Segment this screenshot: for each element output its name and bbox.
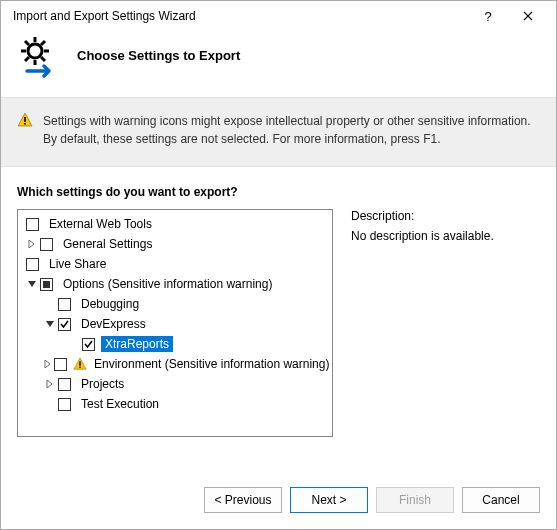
page-heading: Choose Settings to Export xyxy=(77,48,240,63)
description-heading: Description: xyxy=(351,209,540,223)
title-bar: Import and Export Settings Wizard ? xyxy=(1,1,556,31)
tree-item-xtrareports[interactable]: XtraReports xyxy=(18,334,332,354)
close-icon xyxy=(523,11,533,21)
checkbox-checked[interactable] xyxy=(82,338,95,351)
window-title: Import and Export Settings Wizard xyxy=(13,9,468,23)
warning-strip: Settings with warning icons might expose… xyxy=(1,97,556,167)
checkbox[interactable] xyxy=(40,238,53,251)
svg-rect-3 xyxy=(79,361,80,365)
tree-item-projects[interactable]: Projects xyxy=(18,374,332,394)
checkbox-checked[interactable] xyxy=(58,318,71,331)
tree-item-label: External Web Tools xyxy=(45,216,156,232)
close-button[interactable] xyxy=(508,1,548,31)
checkbox[interactable] xyxy=(58,298,71,311)
tree-item-label: Debugging xyxy=(77,296,143,312)
tree-item-label: Environment (Sensitive information warni… xyxy=(90,356,333,372)
wizard-dialog: Import and Export Settings Wizard ? Choo… xyxy=(0,0,557,530)
tree-item-label: Live Share xyxy=(45,256,110,272)
checkbox[interactable] xyxy=(54,358,67,371)
button-bar: < Previous Next > Finish Cancel xyxy=(1,471,556,529)
checkbox[interactable] xyxy=(26,218,39,231)
tree-item-general-settings[interactable]: General Settings xyxy=(18,234,332,254)
tree-item-label: Projects xyxy=(77,376,128,392)
tree-item-label: Options (Sensitive information warning) xyxy=(59,276,276,292)
collapse-icon[interactable] xyxy=(44,318,56,330)
checkbox-mixed[interactable] xyxy=(40,278,53,291)
warning-icon xyxy=(17,112,33,128)
description-body: No description is available. xyxy=(351,229,540,243)
tree-item-label: DevExpress xyxy=(77,316,150,332)
tree-prompt: Which settings do you want to export? xyxy=(17,185,540,199)
checkbox[interactable] xyxy=(58,398,71,411)
tree-item-live-share[interactable]: Live Share xyxy=(18,254,332,274)
finish-button: Finish xyxy=(376,487,454,513)
main-section: Which settings do you want to export? Ex… xyxy=(1,167,556,471)
expand-icon[interactable] xyxy=(44,378,56,390)
tree-item-test-execution[interactable]: Test Execution xyxy=(18,394,332,414)
tree-item-environment[interactable]: Environment (Sensitive information warni… xyxy=(18,354,332,374)
tree-item-devexpress[interactable]: DevExpress xyxy=(18,314,332,334)
gear-arrow-icon xyxy=(13,31,61,79)
warning-icon xyxy=(73,357,87,371)
description-pane: Description: No description is available… xyxy=(351,209,540,471)
expand-icon[interactable] xyxy=(44,358,52,370)
warning-text: Settings with warning icons might expose… xyxy=(43,112,540,148)
settings-tree[interactable]: External Web Tools General Settings Live… xyxy=(17,209,333,437)
cancel-button[interactable]: Cancel xyxy=(462,487,540,513)
svg-rect-1 xyxy=(24,117,26,122)
tree-item-label: XtraReports xyxy=(101,336,173,352)
expand-icon[interactable] xyxy=(26,238,38,250)
checkbox[interactable] xyxy=(26,258,39,271)
next-button[interactable]: Next > xyxy=(290,487,368,513)
svg-rect-2 xyxy=(24,123,26,125)
wizard-header: Choose Settings to Export xyxy=(1,31,556,97)
tree-item-label: Test Execution xyxy=(77,396,163,412)
help-button[interactable]: ? xyxy=(468,1,508,31)
tree-item-label: General Settings xyxy=(59,236,156,252)
svg-rect-4 xyxy=(79,367,80,368)
collapse-icon[interactable] xyxy=(26,278,38,290)
svg-point-0 xyxy=(28,44,42,58)
tree-item-external-web-tools[interactable]: External Web Tools xyxy=(18,214,332,234)
checkbox[interactable] xyxy=(58,378,71,391)
tree-item-options[interactable]: Options (Sensitive information warning) xyxy=(18,274,332,294)
tree-item-debugging[interactable]: Debugging xyxy=(18,294,332,314)
previous-button[interactable]: < Previous xyxy=(204,487,282,513)
